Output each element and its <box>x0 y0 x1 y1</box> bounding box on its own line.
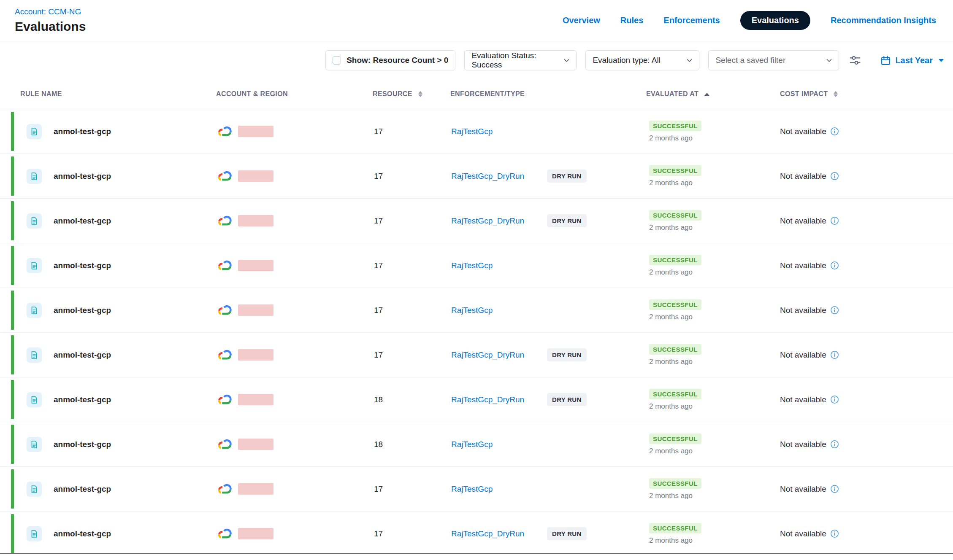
rule-icon <box>27 437 42 452</box>
table-row[interactable]: anmol-test-gcp 17 RajTestGcp SUCCESSFUL … <box>0 467 953 512</box>
info-icon[interactable] <box>830 440 839 449</box>
rule-icon <box>27 482 42 497</box>
sort-asc-icon[interactable] <box>704 93 709 96</box>
nav-recommendation-insights[interactable]: Recommendation Insights <box>831 16 936 25</box>
rule-icon <box>27 392 42 407</box>
status-indicator-bar <box>11 514 14 553</box>
info-icon[interactable] <box>830 350 839 359</box>
account-breadcrumb[interactable]: Account: CCM-NG <box>15 7 86 16</box>
status-indicator-bar <box>11 380 14 419</box>
account-cell <box>216 125 373 137</box>
table-row[interactable]: anmol-test-gcp 18 RajTestGcp SUCCESSFUL … <box>0 422 953 467</box>
info-icon[interactable] <box>830 529 839 538</box>
rule-cell: anmol-test-gcp <box>0 347 216 363</box>
evaluated-time: 2 months ago <box>649 313 693 321</box>
enforcement-link[interactable]: RajTestGcp <box>451 440 547 449</box>
table-row[interactable]: anmol-test-gcp 17 RajTestGcp_DryRun DRY … <box>0 512 953 553</box>
enforcement-link[interactable]: RajTestGcp_DryRun <box>451 216 547 226</box>
enforcement-cell: RajTestGcp <box>450 485 646 494</box>
status-badge: SUCCESSFUL <box>649 255 701 265</box>
rule-name: anmol-test-gcp <box>54 172 111 181</box>
gcp-cloud-icon <box>217 125 233 137</box>
enforcement-cell: RajTestGcp <box>450 261 646 270</box>
nav-enforcements[interactable]: Enforcements <box>663 16 720 25</box>
cost-impact-cell: Not available <box>780 350 953 360</box>
date-range-picker[interactable]: Last Year <box>880 55 944 66</box>
table-row[interactable]: anmol-test-gcp 17 RajTestGcp SUCCESSFUL … <box>0 109 953 154</box>
cost-impact-text: Not available <box>780 350 826 360</box>
evaluation-type-dropdown[interactable]: Evaluation type: All <box>585 50 699 70</box>
status-indicator-bar <box>11 335 14 374</box>
info-icon[interactable] <box>830 127 839 136</box>
sort-icon[interactable] <box>834 91 838 97</box>
rule-name: anmol-test-gcp <box>54 350 111 360</box>
cost-impact-text: Not available <box>780 395 826 404</box>
column-evaluated-at[interactable]: EVALUATED AT <box>646 90 780 98</box>
enforcement-cell: RajTestGcp_DryRun DRY RUN <box>450 348 646 361</box>
table-row[interactable]: anmol-test-gcp 18 RajTestGcp_DryRun DRY … <box>0 377 953 422</box>
enforcement-link[interactable]: RajTestGcp_DryRun <box>451 172 547 181</box>
redacted-account-text <box>238 439 273 450</box>
enforcement-link[interactable]: RajTestGcp <box>451 127 547 136</box>
evaluated-cell: SUCCESSFUL 2 months ago <box>646 433 780 455</box>
status-badge: SUCCESSFUL <box>649 210 701 221</box>
nav-evaluations[interactable]: Evaluations <box>740 11 810 30</box>
status-indicator-bar <box>11 112 14 151</box>
table-row[interactable]: anmol-test-gcp 17 RajTestGcp_DryRun DRY … <box>0 333 953 377</box>
resource-count: 17 <box>373 261 450 270</box>
evaluation-status-dropdown[interactable]: Evaluation Status: Success <box>464 50 577 70</box>
sort-icon[interactable] <box>418 91 422 97</box>
redacted-account-text <box>238 304 273 316</box>
status-badge: SUCCESSFUL <box>649 478 701 489</box>
enforcement-link[interactable]: RajTestGcp_DryRun <box>451 395 547 404</box>
rule-cell: anmol-test-gcp <box>0 482 216 497</box>
column-cost-impact[interactable]: COST IMPACT <box>780 90 953 98</box>
redacted-account-text <box>238 483 273 495</box>
account-cell <box>216 528 373 540</box>
enforcement-cell: RajTestGcp <box>450 127 646 136</box>
evaluations-page: Account: CCM-NG Evaluations Overview Rul… <box>0 0 953 560</box>
account-cell <box>216 483 373 495</box>
date-range-value: Last Year <box>895 56 933 65</box>
evaluated-time: 2 months ago <box>649 134 693 143</box>
enforcement-cell: RajTestGcp <box>450 440 646 449</box>
info-icon[interactable] <box>830 216 839 225</box>
saved-filter-dropdown[interactable]: Select a saved filter <box>708 50 839 70</box>
table-row[interactable]: anmol-test-gcp 17 RajTestGcp SUCCESSFUL … <box>0 243 953 288</box>
resource-count-filter[interactable]: Show: Resource Count > 0 <box>325 50 455 70</box>
rule-icon <box>27 213 42 229</box>
status-badge: SUCCESSFUL <box>649 523 701 533</box>
enforcement-link[interactable]: RajTestGcp_DryRun <box>451 529 547 538</box>
table-row[interactable]: anmol-test-gcp 17 RajTestGcp_DryRun DRY … <box>0 199 953 243</box>
gcp-cloud-icon <box>217 349 233 361</box>
enforcement-link[interactable]: RajTestGcp <box>451 485 547 494</box>
info-icon[interactable] <box>830 172 839 180</box>
resource-count: 17 <box>373 529 450 538</box>
column-resource[interactable]: RESOURCE <box>373 90 450 98</box>
filter-settings-button[interactable] <box>847 52 864 69</box>
info-icon[interactable] <box>830 485 839 493</box>
enforcement-link[interactable]: RajTestGcp <box>451 306 547 315</box>
table-row[interactable]: anmol-test-gcp 17 RajTestGcp_DryRun DRY … <box>0 154 953 199</box>
enforcement-link[interactable]: RajTestGcp <box>451 261 547 270</box>
enforcement-link[interactable]: RajTestGcp_DryRun <box>451 350 547 360</box>
info-icon[interactable] <box>830 261 839 270</box>
evaluated-time: 2 months ago <box>649 447 693 455</box>
resource-count: 17 <box>373 485 450 494</box>
rule-cell: anmol-test-gcp <box>0 392 216 407</box>
evaluated-cell: SUCCESSFUL 2 months ago <box>646 210 780 232</box>
evaluated-time: 2 months ago <box>649 402 693 411</box>
rule-name: anmol-test-gcp <box>54 440 111 449</box>
nav-rules[interactable]: Rules <box>620 16 643 25</box>
evaluation-status-value: Evaluation Status: Success <box>471 51 559 70</box>
chevron-down-icon <box>687 59 692 62</box>
info-icon[interactable] <box>830 306 839 315</box>
table-row[interactable]: anmol-test-gcp 17 RajTestGcp SUCCESSFUL … <box>0 288 953 333</box>
redacted-account-text <box>238 126 273 137</box>
rule-icon <box>27 347 42 363</box>
resource-count-checkbox[interactable] <box>333 56 341 65</box>
cost-impact-cell: Not available <box>780 440 953 449</box>
redacted-account-text <box>238 528 273 539</box>
info-icon[interactable] <box>830 395 839 404</box>
nav-overview[interactable]: Overview <box>563 16 600 25</box>
